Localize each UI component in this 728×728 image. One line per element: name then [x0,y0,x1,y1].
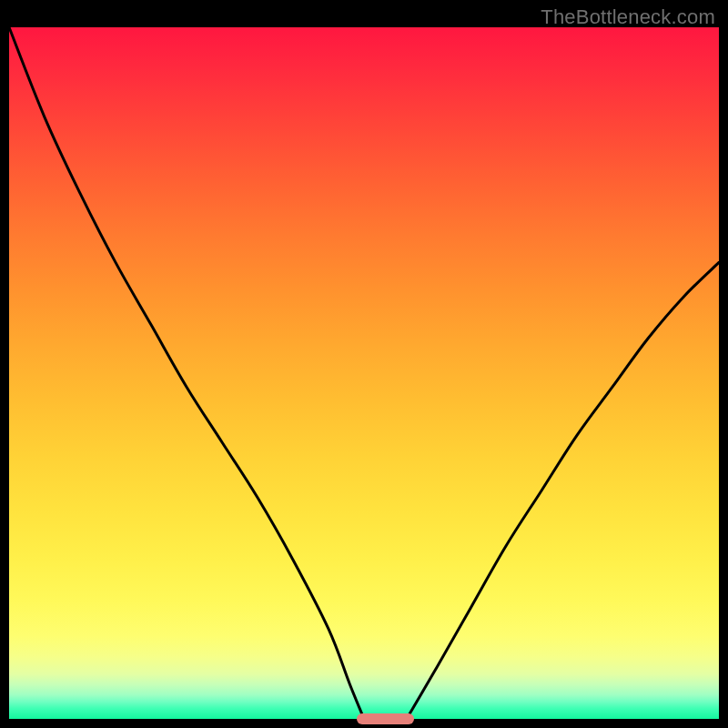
chart-plot-area [9,27,719,719]
chart-background-gradient [9,27,719,719]
valley-marker [357,713,413,724]
watermark-text: TheBottleneck.com [541,5,715,29]
